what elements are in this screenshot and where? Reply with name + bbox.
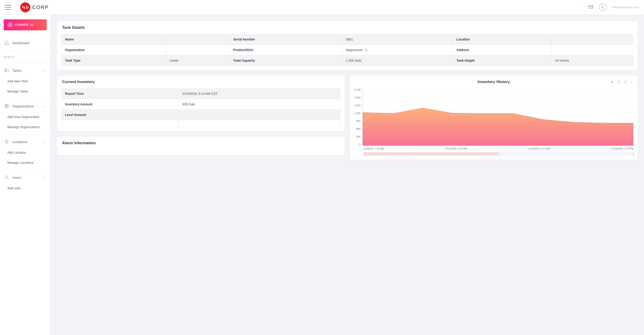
divider (0, 134, 50, 134)
plot-area[interactable] (362, 88, 634, 146)
y-tick: 1,200 (354, 112, 360, 115)
cell-label: Inventory Amount (61, 99, 178, 110)
brush-area (364, 153, 498, 155)
chart: 2,100 1,800 1,500 1,200 900 600 300 0 (350, 88, 638, 160)
sidebar-sub-manage-organizations[interactable]: Manage Organizations (0, 122, 50, 132)
chart-brush[interactable] (363, 152, 634, 156)
sidebar-section-assets: ASSETS (0, 53, 50, 61)
organizations-icon (4, 104, 9, 109)
user-icon (4, 175, 9, 180)
mail-icon[interactable] (588, 4, 594, 10)
sidebar-sub-add-tank[interactable]: Add New Tank (0, 76, 50, 86)
topbar: FLO CORP E ellen@flo-corp.com (0, 0, 644, 15)
sidebar-item-dashboard[interactable]: Dashboard (0, 37, 50, 49)
x-axis: 2/9/2018, 7:52 AM 2/12/2018, 5:13 PM 2/1… (354, 147, 634, 150)
y-tick: 2,100 (354, 88, 360, 91)
sidebar-sub-manage-locations[interactable]: Manage Locations (0, 158, 50, 168)
svg-point-4 (6, 176, 7, 177)
cell-value: 1,300 Gals (342, 55, 452, 66)
cell-value (178, 110, 340, 120)
card-title: Tank Details (57, 21, 638, 34)
sidebar-item-users[interactable]: Users ⌄ (0, 172, 50, 183)
connex-suffix: 3D (30, 24, 34, 26)
cell-label: Name (61, 34, 166, 45)
table-row: Organization Product/SGU Magnesium - 1 A… (61, 45, 634, 55)
cell-label: Address (452, 45, 552, 55)
cell-value (166, 45, 229, 55)
svg-rect-2 (5, 105, 8, 108)
cell-value: 828 Gals (178, 99, 340, 110)
hamburger-menu-button[interactable] (4, 5, 11, 10)
cell-label (61, 120, 178, 127)
sidebar-sub-add-location[interactable]: Add Location (0, 147, 50, 158)
table-row: Report Time 2/14/2018, 5:13 AM CST (61, 88, 340, 99)
brush-handle-left[interactable] (498, 152, 502, 156)
divider (0, 170, 50, 170)
cell-value: 2/14/2018, 5:13 AM CST (178, 88, 340, 99)
refresh-icon[interactable] (623, 80, 627, 84)
chart-toolbar (610, 80, 634, 84)
connex-button[interactable]: CONNEX 3D (4, 19, 47, 30)
home-icon (4, 40, 9, 45)
sidebar-item-label: Locations (12, 140, 27, 144)
sidebar-sub-add-user[interactable]: Add User (0, 183, 50, 193)
cell-label: Location (452, 34, 552, 45)
sidebar: CONNEX 3D Dashboard ASSETS Tanks ⌄ Add N… (0, 15, 50, 335)
cell-label: Total Capacity (230, 55, 342, 66)
table-row (61, 120, 340, 127)
svg-rect-5 (611, 81, 613, 83)
topbar-right: E ellen@flo-corp.com (583, 3, 640, 12)
divider (0, 63, 50, 63)
x-tick: 2/12/2018, 5:13 PM (445, 147, 467, 150)
y-tick: 900 (354, 120, 360, 122)
card-title-wrap: Inventory History (350, 76, 638, 88)
svg-rect-1 (5, 69, 9, 72)
logo[interactable]: FLO CORP (20, 2, 49, 13)
y-tick: 300 (354, 135, 360, 138)
sidebar-item-organizations[interactable]: Organizations ⌄ (0, 100, 50, 112)
target-icon (8, 23, 12, 27)
y-tick: 0 (354, 143, 360, 146)
cell-value (178, 120, 340, 127)
alarm-information-card: Alarm Information (57, 137, 344, 155)
card-title: Inventory History (478, 80, 510, 84)
y-axis: 2,100 1,800 1,500 1,200 900 600 300 0 (354, 88, 362, 146)
x-tick: 2/13/2018, 7:13 PM (611, 147, 634, 150)
chevron-down-icon: ⌄ (43, 104, 46, 108)
y-tick: 1,500 (354, 104, 360, 107)
y-tick: 1,800 (354, 96, 360, 99)
cell-label: Serial Number (230, 34, 342, 45)
current-inventory-card: Current Inventory Report Time 2/14/2018,… (57, 76, 344, 131)
avatar[interactable]: E (599, 4, 607, 11)
tank-details-table: Name Serial Number 0001 Location Organiz… (61, 34, 634, 66)
sidebar-item-locations[interactable]: Locations ⌄ (0, 136, 50, 147)
sidebar-item-tanks[interactable]: Tanks ⌄ (0, 65, 50, 76)
chevron-down-icon: ⌄ (43, 175, 46, 179)
cell-label: Tank Type (61, 55, 166, 66)
x-tick: 2/9/2018, 7:52 AM (363, 147, 384, 150)
cell-label: Level Amount (61, 110, 178, 120)
tank-details-card: Tank Details Name Serial Number 0001 Loc… (57, 21, 638, 70)
sidebar-sub-manage-tanks[interactable]: Manage Tanks (0, 86, 50, 96)
sidebar-sub-add-organization[interactable]: Add New Organization (0, 112, 50, 122)
cell-value: 54 inches (552, 55, 634, 66)
main-content: Tank Details Name Serial Number 0001 Loc… (50, 15, 644, 335)
cell-value (166, 34, 229, 45)
zoom-icon[interactable] (617, 80, 620, 84)
cell-label: Product/SGU (230, 45, 342, 55)
pan-icon[interactable] (610, 80, 614, 84)
cell-value: 0001 (342, 34, 452, 45)
cell-label: Tank Height (452, 55, 552, 66)
tanks-icon (4, 68, 9, 73)
sidebar-item-label: Dashboard (12, 41, 29, 45)
svg-rect-6 (618, 81, 620, 83)
cell-label: Report Time (61, 88, 178, 99)
table-row: Level Amount (61, 110, 340, 120)
brush-handle-right[interactable] (632, 152, 635, 156)
inventory-history-card: Inventory History 2,100 1,800 (350, 76, 638, 160)
x-tick: 2/13/2018, 6:13 AM (528, 147, 550, 150)
current-inventory-table: Report Time 2/14/2018, 5:13 AM CST Inven… (61, 88, 340, 127)
table-row: Inventory Amount 828 Gals (61, 99, 340, 110)
download-icon[interactable] (630, 80, 634, 84)
svg-rect-0 (589, 6, 593, 9)
